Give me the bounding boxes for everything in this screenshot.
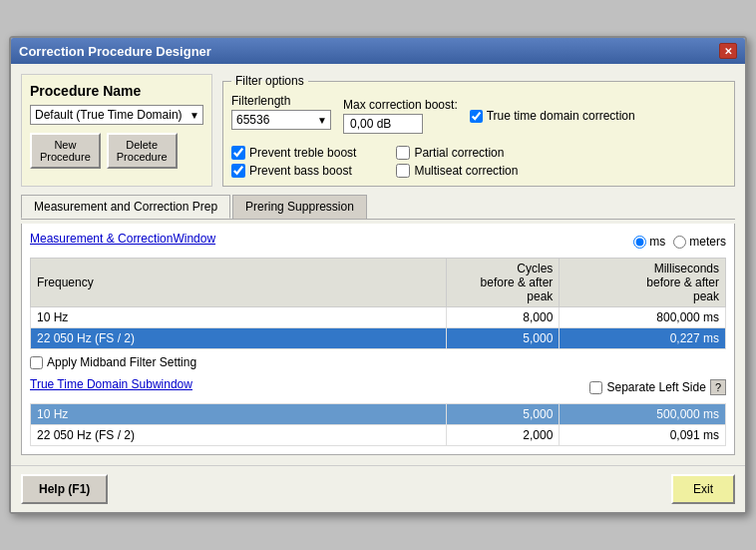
- true-time-domain-checkbox[interactable]: [470, 110, 483, 123]
- multiseat-correction-label: Multiseat correction: [414, 164, 518, 178]
- radio-ms-item: ms: [633, 235, 665, 249]
- procedure-dropdown[interactable]: Default (True Time Domain): [30, 105, 203, 125]
- tab-content: Measurement & CorrectionWindow ms meters: [21, 224, 735, 455]
- col-ms: Millisecondsbefore & afterpeak: [560, 259, 726, 307]
- new-procedure-button[interactable]: New Procedure: [30, 133, 101, 169]
- title-bar: Correction Procedure Designer ✕: [11, 38, 745, 64]
- subwindow-help-button[interactable]: ?: [710, 379, 726, 395]
- filter-options-fieldset: Filter options Filterlength 65536 ▼ Max …: [222, 74, 735, 187]
- prevent-bass-checkbox[interactable]: [231, 164, 245, 178]
- main-window: Correction Procedure Designer ✕ Procedur…: [9, 36, 747, 514]
- ms-cell: 800,000 ms: [560, 307, 726, 328]
- partial-correction-label: Partial correction: [414, 146, 504, 160]
- content-area: Procedure Name Default (True Time Domain…: [11, 64, 745, 465]
- multiseat-correction-checkbox[interactable]: [396, 164, 410, 178]
- multiseat-correction-item: Multiseat correction: [396, 164, 518, 178]
- measurement-section-title[interactable]: Measurement & CorrectionWindow: [30, 232, 215, 246]
- filterlength-dropdown-wrapper: 65536 ▼: [231, 110, 331, 130]
- partial-correction-item: Partial correction: [396, 146, 518, 160]
- filter-row1: Filterlength 65536 ▼ Max correction boos…: [231, 94, 726, 138]
- measurement-table-header-row: Frequency Cyclesbefore & afterpeak Milli…: [31, 259, 726, 307]
- procedure-dropdown-wrapper: Default (True Time Domain) ▼: [30, 105, 203, 125]
- tab-prering[interactable]: Prering Suppression: [232, 195, 367, 219]
- prevent-bass-label: Prevent bass boost: [249, 164, 352, 178]
- bottom-bar: Help (F1) Exit: [11, 465, 745, 512]
- left-checkbox-col: Prevent treble boost Prevent bass boost: [231, 146, 356, 178]
- window-title: Correction Procedure Designer: [19, 44, 211, 59]
- table-row[interactable]: 10 Hz 5,000 500,000 ms: [31, 404, 726, 425]
- prevent-treble-checkbox-item: Prevent treble boost: [231, 146, 356, 160]
- true-time-domain-section: True time domain correction: [470, 109, 635, 123]
- top-section: Procedure Name Default (True Time Domain…: [21, 74, 735, 187]
- cycles-cell: 5,000: [446, 404, 560, 425]
- close-button[interactable]: ✕: [719, 43, 737, 59]
- prevent-bass-checkbox-item: Prevent bass boost: [231, 164, 356, 178]
- ms-cell: 500,000 ms: [560, 404, 726, 425]
- separate-left-section: Separate Left Side ?: [589, 379, 726, 395]
- cycles-cell: 2,000: [446, 425, 560, 446]
- prevent-treble-label: Prevent treble boost: [249, 146, 356, 160]
- apply-midband-section: Apply Midband Filter Setting: [30, 355, 726, 369]
- apply-midband-label: Apply Midband Filter Setting: [47, 355, 196, 369]
- subwindow-section: True Time Domain Subwindow Separate Left…: [30, 377, 726, 446]
- true-time-domain-label: True time domain correction: [487, 109, 635, 123]
- max-correction-input[interactable]: [343, 114, 423, 134]
- filterlength-dropdown[interactable]: 65536: [231, 110, 331, 130]
- freq-cell: 22 050 Hz (FS / 2): [31, 328, 447, 349]
- checkboxes-section: Prevent treble boost Prevent bass boost …: [231, 146, 726, 178]
- delete-procedure-button[interactable]: Delete Procedure: [107, 133, 178, 169]
- radio-group: ms meters: [633, 235, 726, 249]
- filterlength-label: Filterlength: [231, 94, 331, 108]
- col-cycles: Cyclesbefore & afterpeak: [446, 259, 560, 307]
- radio-meters-label: meters: [689, 235, 726, 249]
- prevent-treble-checkbox[interactable]: [231, 146, 245, 160]
- procedure-buttons: New Procedure Delete Procedure: [30, 133, 203, 169]
- max-correction-label: Max correction boost:: [343, 98, 458, 112]
- tab-row: Measurement and Correction Prep Prering …: [21, 195, 735, 220]
- procedure-name-box: Procedure Name Default (True Time Domain…: [21, 74, 212, 187]
- separate-left-checkbox[interactable]: [589, 381, 602, 394]
- measurement-table: Frequency Cyclesbefore & afterpeak Milli…: [30, 258, 726, 349]
- table-row[interactable]: 22 050 Hz (FS / 2) 5,000 0,227 ms: [31, 328, 726, 349]
- separate-left-label: Separate Left Side: [606, 380, 705, 394]
- apply-midband-checkbox[interactable]: [30, 356, 43, 369]
- measurement-section-header: Measurement & CorrectionWindow ms meters: [30, 232, 726, 252]
- freq-cell: 22 050 Hz (FS / 2): [31, 425, 447, 446]
- procedure-name-label: Procedure Name: [30, 83, 203, 99]
- tabs-section: Measurement and Correction Prep Prering …: [21, 195, 735, 220]
- partial-correction-checkbox[interactable]: [396, 146, 410, 160]
- ms-cell: 0,227 ms: [560, 328, 726, 349]
- freq-cell: 10 Hz: [31, 404, 447, 425]
- max-correction-section: Max correction boost:: [343, 98, 458, 134]
- table-row[interactable]: 22 050 Hz (FS / 2) 2,000 0,091 ms: [31, 425, 726, 446]
- right-checkbox-col: Partial correction Multiseat correction: [396, 146, 518, 178]
- subwindow-header: True Time Domain Subwindow Separate Left…: [30, 377, 726, 397]
- subwindow-title[interactable]: True Time Domain Subwindow: [30, 377, 192, 391]
- col-frequency: Frequency: [31, 259, 447, 307]
- radio-ms-label: ms: [649, 235, 665, 249]
- ms-cell: 0,091 ms: [560, 425, 726, 446]
- cycles-cell: 5,000: [446, 328, 560, 349]
- subwindow-table: 10 Hz 5,000 500,000 ms 22 050 Hz (FS / 2…: [30, 403, 726, 446]
- exit-button[interactable]: Exit: [671, 474, 735, 504]
- help-f1-button[interactable]: Help (F1): [21, 474, 108, 504]
- freq-cell: 10 Hz: [31, 307, 447, 328]
- table-row[interactable]: 10 Hz 8,000 800,000 ms: [31, 307, 726, 328]
- tab-measurement[interactable]: Measurement and Correction Prep: [21, 195, 230, 219]
- filter-options-legend: Filter options: [231, 74, 308, 88]
- radio-meters[interactable]: [673, 236, 686, 249]
- filter-length-section: Filterlength 65536 ▼: [231, 94, 331, 138]
- cycles-cell: 8,000: [446, 307, 560, 328]
- radio-ms[interactable]: [633, 236, 646, 249]
- radio-meters-item: meters: [673, 235, 726, 249]
